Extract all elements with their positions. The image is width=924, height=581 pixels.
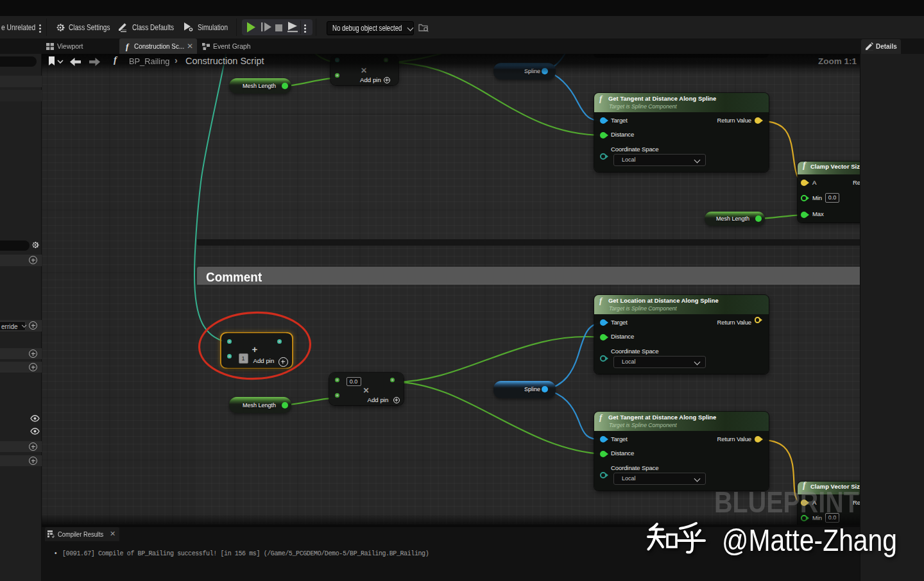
svg-text:@Matte-Zhang: @Matte-Zhang — [722, 523, 897, 557]
